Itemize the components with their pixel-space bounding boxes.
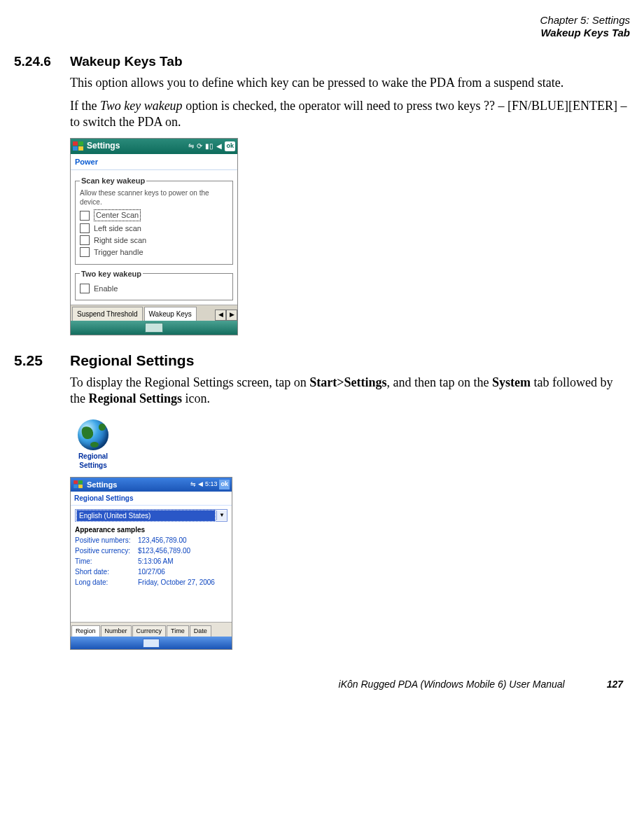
sample-value: Friday, October 27, 2006 bbox=[138, 578, 227, 587]
applet-title: Power bbox=[71, 154, 237, 170]
start-icon[interactable] bbox=[74, 480, 83, 489]
samples-grid: Positive numbers: 123,456,789.00 Positiv… bbox=[75, 536, 227, 587]
regional-settings-icon[interactable]: Regional Settings bbox=[70, 419, 116, 470]
samples-heading: Appearance samples bbox=[75, 525, 227, 534]
fieldset-two-key-wakeup: Two key wakeup Enable bbox=[75, 269, 233, 301]
sample-label: Time: bbox=[75, 557, 138, 566]
tab-scroll: ◀ ▶ bbox=[215, 310, 237, 321]
checkbox-row[interactable]: Left side scan bbox=[80, 223, 228, 233]
ok-button[interactable]: ok bbox=[219, 480, 230, 489]
chevron-down-icon[interactable]: ▼ bbox=[216, 510, 227, 520]
checkbox[interactable] bbox=[80, 223, 90, 233]
clock[interactable]: 5:13 bbox=[205, 480, 218, 489]
applet-body: Scan key wakeup Allow these scanner keys… bbox=[71, 170, 237, 300]
sample-value: 10/27/06 bbox=[138, 567, 227, 576]
legend: Two key wakeup bbox=[80, 269, 143, 279]
section-5-24-6-body: This option allows you to define which k… bbox=[70, 75, 630, 131]
sample-value: 123,456,789.00 bbox=[138, 536, 227, 545]
legend: Scan key wakeup bbox=[80, 176, 146, 186]
bottom-bar bbox=[71, 637, 232, 649]
checkbox[interactable] bbox=[80, 235, 90, 245]
titlebar: Settings ⇋ ⟳ ▮▯ ◀ ok bbox=[71, 139, 237, 154]
sample-value: 5:13:06 AM bbox=[138, 557, 227, 566]
sample-label: Positive numbers: bbox=[75, 536, 138, 545]
keyboard-icon[interactable] bbox=[143, 639, 160, 648]
window-title: Settings bbox=[87, 480, 190, 489]
tab-suspend-threshold[interactable]: Suspend Threshold bbox=[72, 307, 143, 321]
ok-button[interactable]: ok bbox=[225, 141, 235, 151]
checkbox-label: Left side scan bbox=[94, 223, 141, 233]
paragraph: To display the Regional Settings screen,… bbox=[70, 375, 630, 408]
section-5-24-6-heading: 5.24.6 Wakeup Keys Tab bbox=[14, 53, 630, 71]
page-header: Chapter 5: Settings Wakeup Keys Tab bbox=[14, 14, 630, 39]
applet-body: English (United States) ▼ Appearance sam… bbox=[71, 506, 232, 587]
volume-icon[interactable]: ◀ bbox=[216, 141, 222, 151]
checkbox[interactable] bbox=[80, 211, 90, 221]
scroll-right-icon[interactable]: ▶ bbox=[226, 310, 237, 321]
section-number: 5.24.6 bbox=[14, 53, 70, 71]
checkbox-row[interactable]: Right side scan bbox=[80, 235, 228, 245]
dropdown-value: English (United States) bbox=[76, 510, 216, 522]
scroll-left-icon[interactable]: ◀ bbox=[215, 310, 226, 321]
applet-title: Regional Settings bbox=[71, 492, 232, 506]
page-number: 127 bbox=[607, 678, 623, 690]
checkbox-label: Center Scan bbox=[94, 209, 141, 221]
bottom-bar bbox=[71, 321, 237, 335]
tab-time[interactable]: Time bbox=[167, 625, 189, 637]
screenshot-regional-settings: Settings ⇋ ◀ 5:13 ok Regional Settings E… bbox=[70, 477, 232, 650]
icon-label: Regional bbox=[70, 452, 116, 461]
checkbox[interactable] bbox=[80, 247, 90, 257]
tab-region[interactable]: Region bbox=[71, 625, 100, 637]
start-icon[interactable] bbox=[73, 141, 84, 151]
sample-value: $123,456,789.00 bbox=[138, 546, 227, 555]
tab-date[interactable]: Date bbox=[190, 625, 211, 637]
locale-dropdown[interactable]: English (United States) ▼ bbox=[75, 509, 227, 522]
checkbox-row[interactable]: Enable bbox=[80, 284, 228, 293]
signal-icon[interactable]: ▮▯ bbox=[205, 141, 214, 151]
checkbox-label: Right side scan bbox=[94, 235, 146, 245]
tab-currency[interactable]: Currency bbox=[132, 625, 167, 637]
tray: ⇋ ⟳ ▮▯ ◀ ok bbox=[188, 141, 235, 151]
section-title: Wakeup Keys Tab bbox=[70, 53, 183, 71]
fieldset-scan-key-wakeup: Scan key wakeup Allow these scanner keys… bbox=[75, 176, 233, 264]
tab-bar: Suspend Threshold Wakeup Keys ◀ ▶ bbox=[71, 305, 237, 321]
tab-wakeup-keys[interactable]: Wakeup Keys bbox=[144, 307, 197, 321]
checkbox[interactable] bbox=[80, 284, 90, 293]
page-footer: iKôn Rugged PDA (Windows Mobile 6) User … bbox=[14, 678, 630, 690]
tab-bar: Region Number Currency Time Date bbox=[71, 622, 232, 637]
globe-icon bbox=[78, 419, 108, 450]
sample-label: Positive currency: bbox=[75, 546, 138, 555]
paragraph: This option allows you to define which k… bbox=[70, 75, 630, 91]
section-number: 5.25 bbox=[14, 351, 70, 370]
window-title: Settings bbox=[87, 141, 188, 152]
connectivity-icon[interactable]: ⇋ bbox=[190, 480, 196, 489]
tab-number[interactable]: Number bbox=[101, 625, 132, 637]
icon-label: Settings bbox=[70, 461, 116, 470]
header-section: Wakeup Keys Tab bbox=[14, 27, 630, 39]
section-5-25-heading: 5.25 Regional Settings bbox=[14, 351, 630, 370]
sample-label: Short date: bbox=[75, 567, 138, 576]
section-title: Regional Settings bbox=[70, 351, 194, 370]
keyboard-icon[interactable] bbox=[145, 323, 163, 333]
help-text: Allow these scanner keys to power on the… bbox=[80, 188, 228, 207]
screenshot-power-settings: Settings ⇋ ⟳ ▮▯ ◀ ok Power Scan key wake… bbox=[70, 138, 238, 335]
paragraph: If the Two key wakeup option is checked,… bbox=[70, 98, 630, 131]
volume-icon[interactable]: ◀ bbox=[198, 480, 203, 489]
section-5-25-body: To display the Regional Settings screen,… bbox=[70, 375, 630, 408]
connectivity-icon[interactable]: ⇋ bbox=[188, 141, 194, 151]
sync-icon[interactable]: ⟳ bbox=[197, 141, 202, 151]
tray: ⇋ ◀ 5:13 ok bbox=[190, 480, 230, 489]
header-chapter: Chapter 5: Settings bbox=[14, 14, 630, 27]
titlebar: Settings ⇋ ◀ 5:13 ok bbox=[71, 478, 232, 492]
footer-text: iKôn Rugged PDA (Windows Mobile 6) User … bbox=[339, 678, 565, 690]
sample-label: Long date: bbox=[75, 578, 138, 587]
checkbox-row[interactable]: Trigger handle bbox=[80, 247, 228, 257]
checkbox-row[interactable]: Center Scan bbox=[80, 209, 228, 221]
checkbox-label: Enable bbox=[94, 284, 118, 293]
checkbox-label: Trigger handle bbox=[94, 247, 144, 257]
